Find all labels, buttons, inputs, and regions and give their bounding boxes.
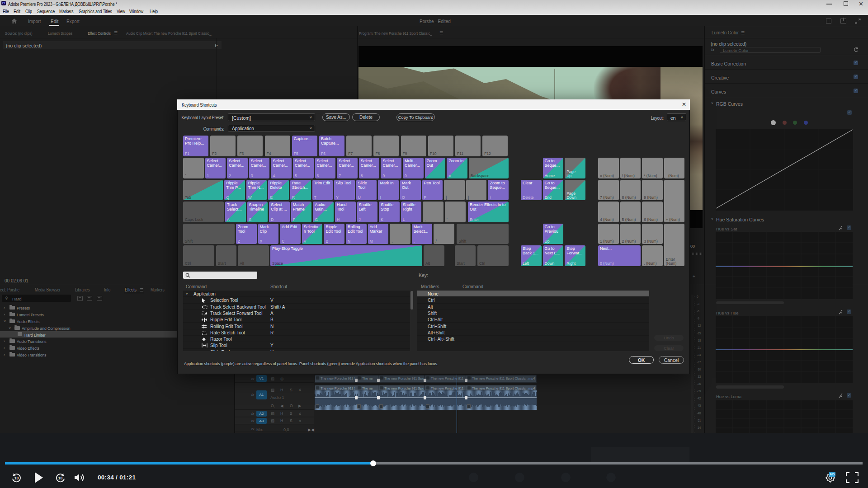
svg-text:10: 10 bbox=[58, 476, 63, 480]
svg-text:10: 10 bbox=[14, 476, 19, 480]
